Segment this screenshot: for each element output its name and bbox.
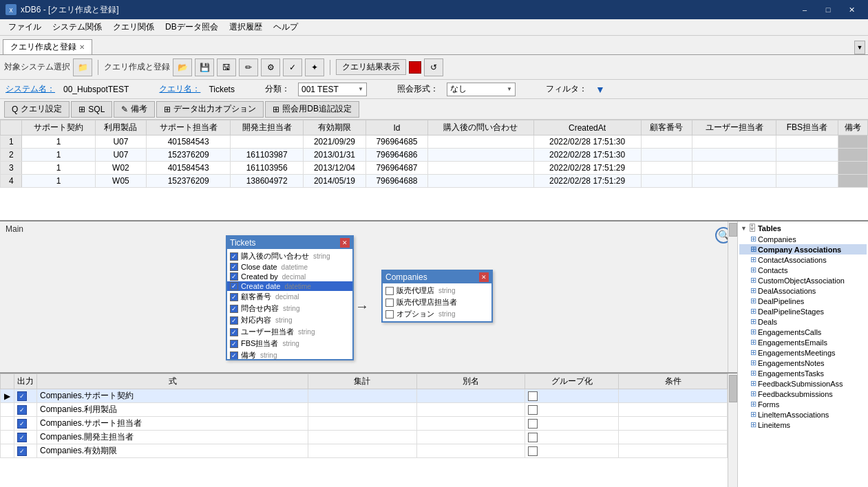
bottom-expr-1[interactable]: Companies.利用製品 (37, 403, 308, 417)
bottom-group-cb-0[interactable] (528, 391, 538, 401)
grid-cell-3-0[interactable]: 1 (22, 175, 95, 188)
save-as-btn[interactable]: 🖫 (217, 58, 236, 76)
grid-cell-2-4[interactable]: 2013/12/04 (304, 162, 366, 175)
grid-header-6[interactable]: 購入後の問い合わせ (428, 120, 533, 136)
main-scroll-thumb[interactable] (729, 223, 737, 237)
grid-header-5[interactable]: Id (366, 120, 428, 136)
tree-item-1[interactable]: ⊞Company Associations (739, 244, 867, 255)
tickets-field-checkbox-4[interactable]: ✓ (230, 293, 238, 301)
companies-field-0[interactable]: 販売代理店string (383, 285, 491, 296)
tab-scroll-button[interactable]: ▼ (854, 41, 865, 54)
edit-btn[interactable]: ✏ (239, 58, 258, 76)
bottom-agg-2[interactable] (308, 417, 417, 431)
grid-cell-0-10[interactable] (776, 136, 838, 149)
bottom-alias-0[interactable] (416, 389, 525, 403)
tab-memo[interactable]: ✎ 備考 (114, 101, 155, 118)
grid-cell-0-6[interactable] (428, 136, 533, 149)
tickets-field-checkbox-5[interactable]: ✓ (230, 305, 238, 313)
companies-close-btn[interactable]: ✕ (479, 272, 489, 282)
grid-cell-2-6[interactable] (428, 162, 533, 175)
bottom-row-0[interactable]: ▶Companies.サポート契約 (1, 389, 728, 403)
bottom-alias-1[interactable] (416, 403, 525, 417)
maximize-button[interactable]: □ (817, 3, 839, 17)
tree-item-8[interactable]: ⊞Deals (739, 316, 867, 327)
bottom-output-3[interactable] (14, 431, 37, 444)
bottom-group-cb-1[interactable] (528, 405, 538, 415)
bottom-agg-4[interactable] (308, 444, 417, 458)
tab-query-create[interactable]: クエリ作成と登録 ✕ (3, 39, 92, 54)
tree-item-18[interactable]: ⊞Lineitems (739, 420, 867, 430)
bottom-expr-4[interactable]: Companies.有効期限 (37, 444, 308, 458)
tab-query-setting[interactable]: Q クエリ設定 (4, 101, 70, 118)
companies-field-checkbox-2[interactable] (385, 310, 394, 318)
tickets-field-checkbox-2[interactable]: ✓ (230, 272, 238, 281)
tickets-field-checkbox-9[interactable]: ✓ (230, 351, 238, 360)
bottom-header-alias[interactable]: 別名 (416, 374, 525, 389)
tree-root[interactable]: ▼ 🗄 Tables (739, 223, 867, 234)
menu-file[interactable]: ファイル (3, 20, 47, 34)
bottom-group-1[interactable] (525, 403, 619, 417)
grid-cell-0-3[interactable] (231, 136, 304, 149)
bottom-output-4[interactable] (14, 444, 37, 458)
grid-cell-2-2[interactable]: 401584543 (147, 162, 231, 175)
grid-cell-1-9[interactable] (692, 149, 776, 162)
grid-header-2[interactable]: サポート担当者 (147, 120, 231, 136)
grid-cell-2-1[interactable]: W02 (95, 162, 147, 175)
bottom-agg-3[interactable] (308, 431, 417, 444)
bottom-scroll-thumb[interactable] (729, 375, 737, 402)
grid-cell-1-5[interactable]: 796964686 (366, 149, 428, 162)
grid-cell-2-0[interactable]: 1 (22, 162, 95, 175)
grid-cell-2-3[interactable]: 161103956 (231, 162, 304, 175)
save-btn[interactable]: 💾 (195, 58, 214, 76)
tree-item-12[interactable]: ⊞EngagementsNotes (739, 358, 867, 368)
grid-cell-1-11[interactable] (838, 149, 867, 162)
minimize-button[interactable]: – (794, 3, 816, 17)
grid-header-4[interactable]: 有効期限 (304, 120, 366, 136)
tree-item-5[interactable]: ⊞DealAssociations (739, 285, 867, 296)
grid-header-10[interactable]: FBS担当者 (776, 120, 838, 136)
tickets-field-1[interactable]: ✓Close datedatetime (227, 262, 352, 272)
tickets-field-0[interactable]: ✓購入後の問い合わせstring (227, 250, 352, 262)
grid-cell-0-0[interactable]: 1 (22, 136, 95, 149)
tree-item-17[interactable]: ⊞LineltemAssociations (739, 409, 867, 420)
menu-system[interactable]: システム関係 (47, 20, 107, 34)
tree-item-14[interactable]: ⊞FeedbackSubmissionAss (739, 378, 867, 389)
tickets-field-checkbox-8[interactable]: ✓ (230, 340, 238, 348)
bottom-alias-4[interactable] (416, 444, 525, 458)
grid-cell-1-7[interactable]: 2022/02/28 17:51:30 (533, 149, 641, 162)
grid-header-8[interactable]: 顧客番号 (641, 120, 692, 136)
grid-header-11[interactable]: 備考 (838, 120, 867, 136)
tab-sql[interactable]: ⊞ SQL (71, 101, 112, 118)
grid-cell-1-6[interactable] (428, 149, 533, 162)
settings-btn[interactable]: ⚙ (261, 58, 280, 76)
tab-db-extra[interactable]: ⊞ 照会用DB追記設定 (265, 101, 359, 118)
clear-btn[interactable]: ✦ (305, 58, 324, 76)
grid-cell-2-9[interactable] (692, 162, 776, 175)
tickets-field-8[interactable]: ✓FBS担当者string (227, 338, 352, 349)
tree-item-9[interactable]: ⊞EngagementsCalls (739, 327, 867, 337)
bottom-checkbox-3[interactable] (17, 433, 27, 442)
close-button[interactable]: ✕ (840, 3, 862, 17)
grid-cell-3-5[interactable]: 796964688 (366, 175, 428, 188)
tree-item-0[interactable]: ⊞Companies (739, 234, 867, 244)
tickets-field-6[interactable]: ✓対応内容string (227, 314, 352, 326)
tab-close-icon[interactable]: ✕ (79, 43, 85, 51)
grid-cell-3-7[interactable]: 2022/02/28 17:51:29 (533, 175, 641, 188)
menu-query[interactable]: クエリ関係 (107, 20, 160, 34)
companies-field-checkbox-0[interactable] (385, 287, 394, 295)
bottom-checkbox-0[interactable] (17, 391, 27, 401)
tree-item-11[interactable]: ⊞EngagementsMeetings (739, 347, 867, 358)
menu-help[interactable]: ヘルプ (268, 20, 304, 34)
grid-header-0[interactable]: サポート契約 (22, 120, 95, 136)
bottom-group-3[interactable] (525, 431, 619, 444)
bottom-group-2[interactable] (525, 417, 619, 431)
grid-header-1[interactable]: 利用製品 (95, 120, 147, 136)
check-btn[interactable]: ✓ (283, 58, 302, 76)
tickets-field-9[interactable]: ✓備考string (227, 349, 352, 359)
bottom-expr-0[interactable]: Companies.サポート契約 (37, 389, 308, 403)
grid-cell-0-5[interactable]: 796964685 (366, 136, 428, 149)
grid-cell-1-2[interactable]: 152376209 (147, 149, 231, 162)
grid-cell-2-7[interactable]: 2022/02/28 17:51:29 (533, 162, 641, 175)
grid-cell-3-2[interactable]: 152376209 (147, 175, 231, 188)
bottom-agg-1[interactable] (308, 403, 417, 417)
